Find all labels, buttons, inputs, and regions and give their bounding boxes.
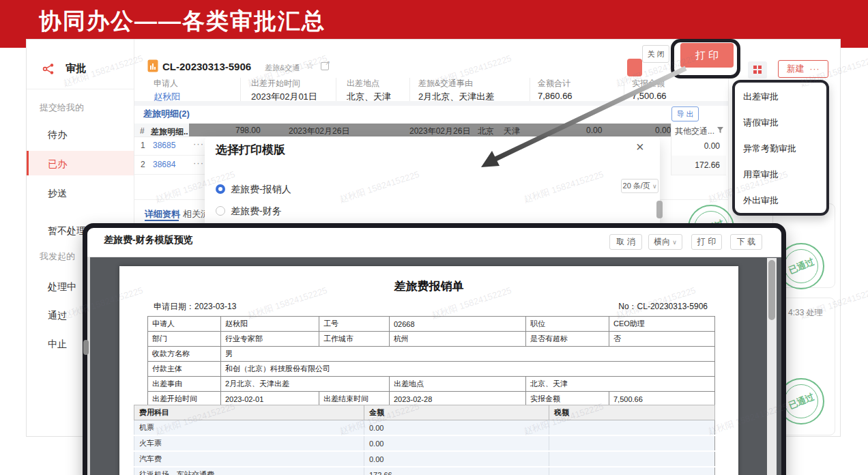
- row-link[interactable]: 38684: [153, 160, 175, 169]
- doc-tag: 差旅&交通: [265, 63, 300, 73]
- page-size-select[interactable]: 20 条/页 ∨: [621, 179, 659, 193]
- info-cell: 付款主体: [148, 362, 221, 377]
- dialog-scrollbar-thumb[interactable]: [656, 201, 663, 218]
- expense-cell: [549, 467, 715, 475]
- dim-cell: 2023年02月26日: [289, 126, 349, 136]
- sidebar-item-hold[interactable]: 暂不处理: [48, 225, 86, 238]
- expense-cell: 火车票: [134, 435, 364, 451]
- section-title-text: 差旅明细: [143, 109, 179, 119]
- reimbursement-info-table: 申请人赵秋阳 工号02668 职位CEO助理 部门行业专家部 工作城市杭州 是否…: [147, 316, 715, 407]
- expense-cell: 机票: [134, 420, 364, 436]
- menu-item-leave[interactable]: 请假审批: [743, 117, 824, 129]
- approved-stamp-text: 已通过: [787, 390, 816, 412]
- preview-title: 差旅费-财务模版预览: [104, 234, 193, 246]
- menu-item-seal[interactable]: 用章审批: [743, 169, 824, 181]
- row-more-icon[interactable]: ···: [193, 139, 204, 149]
- menu-item-trip[interactable]: 出差审批: [743, 91, 824, 103]
- row-divider: [134, 174, 205, 175]
- sidebar-item-done-highlight: [27, 151, 134, 175]
- dim-cell: 798.00: [235, 126, 261, 135]
- star-icon[interactable]: ☆: [306, 60, 315, 71]
- info-cell: CEO助理: [609, 317, 715, 332]
- chevron-down-icon: ∨: [652, 183, 657, 190]
- chevron-down-icon: ∨: [672, 239, 677, 246]
- sidebar-divider: [27, 89, 134, 89]
- field-label: 申请人: [154, 78, 178, 89]
- preview-scrollbar-thumb[interactable]: [768, 260, 775, 320]
- sidebar-item-cc[interactable]: 抄送: [48, 188, 67, 200]
- expense-header: 税额: [549, 405, 715, 420]
- radio-selected-icon[interactable]: [216, 184, 225, 194]
- section-count: (2): [179, 109, 190, 119]
- info-cell: 部门: [148, 332, 221, 347]
- info-cell: 收款方名称: [148, 347, 221, 362]
- approval-share-icon: [42, 63, 55, 75]
- row-divider: [134, 155, 205, 156]
- sidebar-item-processing[interactable]: 处理中: [48, 281, 76, 293]
- info-cell: 职位: [526, 317, 609, 332]
- expense-cell: 往返机场、车站交通费: [134, 467, 364, 475]
- slide-title: 协同办公——各类审批汇总: [39, 6, 326, 37]
- new-button[interactable]: 新建 ···: [778, 60, 828, 78]
- dim-cell: 2023年02月26日: [409, 126, 470, 136]
- info-cell: 赵秋阳: [221, 317, 319, 332]
- sidebar-active-bar: [27, 151, 29, 175]
- info-cell: 杭州: [390, 332, 526, 347]
- expense-header: 金额: [364, 405, 549, 420]
- right-col-value: 0.00: [704, 141, 720, 151]
- expense-cell: 汽车费: [134, 451, 364, 467]
- preview-print-button[interactable]: 打 印: [691, 234, 722, 250]
- sidebar-app-title: 审批: [66, 62, 86, 75]
- sidebar-group-mine: 我发起的: [40, 250, 75, 263]
- radio-option-finance[interactable]: 差旅费-财务: [231, 205, 282, 218]
- viewer-left-edge: [87, 257, 90, 475]
- field-divider: [409, 78, 410, 102]
- more-icon[interactable]: ···: [810, 64, 820, 74]
- radio-option-reporter[interactable]: 差旅费-报销人: [231, 184, 291, 196]
- cancel-button[interactable]: 取 消: [609, 234, 642, 250]
- modal-drag-handle[interactable]: [83, 340, 89, 355]
- process-time-text: 4:33 处理: [788, 307, 823, 319]
- open-in-new-icon[interactable]: ↗: [321, 62, 329, 70]
- right-col-value: 172.66: [695, 160, 720, 170]
- doc-number: CL-20230313-5906: [162, 61, 251, 72]
- sidebar-item-done[interactable]: 已办: [48, 158, 67, 171]
- row-index: 2: [141, 160, 145, 169]
- field-label: 出差开始时间: [251, 78, 300, 89]
- col-header-index: #: [140, 126, 145, 136]
- expense-table: 费用科目 金额 税额 机票0.00 火车票0.00 汽车费0.00 往返机场、车…: [134, 405, 715, 475]
- menu-item-attendance[interactable]: 异常考勤审批: [743, 143, 824, 155]
- section-title: 差旅明细(2): [143, 108, 190, 120]
- expense-cell: [549, 420, 715, 436]
- grid-icon[interactable]: [748, 61, 767, 78]
- info-cell: 2月北京、天津出差: [221, 377, 390, 392]
- info-cell: 和创（北京）科技股份有限公司: [221, 362, 715, 377]
- info-cell: 北京、天津: [526, 377, 715, 392]
- row-more-icon[interactable]: ···: [193, 158, 204, 168]
- approved-stamp-text: 已通过: [787, 255, 816, 276]
- menu-item-outing[interactable]: 外出审批: [743, 195, 824, 207]
- sidebar-item-passed[interactable]: 通过: [48, 310, 67, 322]
- info-cell: 申请人: [148, 317, 221, 332]
- document-page: 差旅费报销单 申请日期：2023-03-13 No：CL-20230313-59…: [119, 266, 738, 475]
- filter-icon[interactable]: [717, 127, 723, 133]
- tab-detail-info[interactable]: 详细资料: [145, 208, 180, 220]
- new-approval-menu: 出差审批 请假审批 异常考勤审批 用章审批 外出审批: [732, 80, 829, 216]
- expense-cell: 172.66: [364, 467, 549, 475]
- field-label: 出差地点: [347, 78, 379, 89]
- document-icon: [147, 59, 158, 72]
- field-divider: [240, 78, 241, 102]
- download-button[interactable]: 下 载: [730, 234, 762, 250]
- page-size-value: 20 条/页: [623, 181, 650, 191]
- row-link[interactable]: 38685: [153, 141, 175, 150]
- dialog-title: 选择打印模版: [216, 142, 285, 158]
- orientation-select[interactable]: 横向 ∨: [648, 234, 682, 250]
- annotation-arrow: [464, 58, 696, 177]
- screenshot-root: 协同办公——各类审批汇总 审批 提交给我的 待办 已办 抄送 暂不处理 我发起的…: [0, 0, 868, 475]
- col-header-detail: 差旅明细..: [151, 126, 188, 138]
- new-button-label: 新建: [787, 63, 805, 75]
- radio-unselected-icon[interactable]: [216, 206, 225, 216]
- sidebar-item-terminated[interactable]: 中止: [48, 339, 67, 351]
- sidebar-item-todo[interactable]: 待办: [48, 129, 67, 141]
- expense-cell: 0.00: [364, 435, 549, 451]
